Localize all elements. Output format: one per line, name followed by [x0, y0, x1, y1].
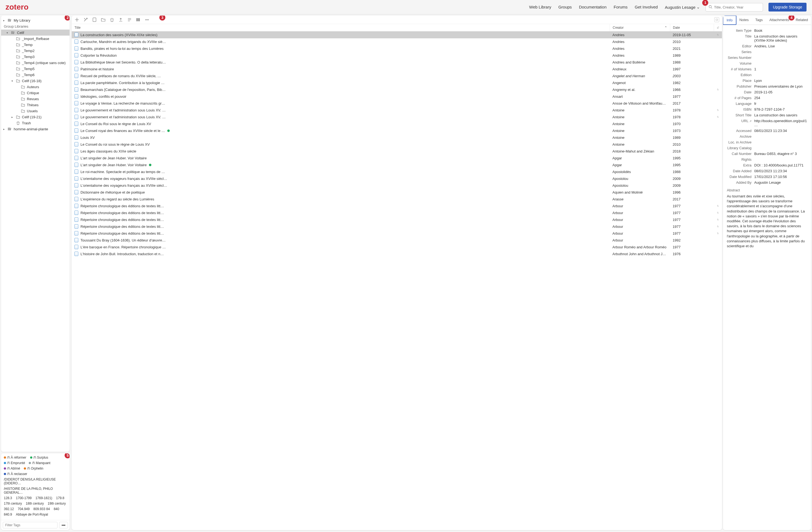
tree-item[interactable]: Auteurs — [1, 84, 70, 90]
tags-menu-button[interactable]: ••• — [59, 522, 68, 529]
tree-item[interactable]: _Temp3 — [1, 54, 70, 60]
add-to-collection-icon[interactable] — [101, 17, 106, 22]
table-row[interactable]: L'histoire de John Bull. Introduction, t… — [72, 250, 722, 257]
info-value[interactable]: 08/01/2023 11:23:34 — [754, 129, 807, 133]
info-value[interactable] — [754, 134, 807, 139]
trash-icon[interactable] — [110, 17, 114, 22]
tag-item[interactable]: /!\ Orphelin — [24, 466, 43, 470]
tree-item[interactable]: ▾Cellf — [1, 30, 70, 35]
tree-item[interactable]: _Temp4 (critique sans cote) — [1, 60, 70, 66]
tree-item[interactable]: _Import_Refbase — [1, 35, 70, 42]
tree-item[interactable]: Thèses — [1, 102, 70, 108]
table-row[interactable]: Le Conseil royal des finances au XVIIIe … — [72, 127, 722, 134]
tag-item[interactable]: 1769-1821) — [35, 496, 52, 500]
my-library[interactable]: ▸ My Library — [1, 17, 70, 23]
cite-icon[interactable] — [136, 17, 141, 22]
more-icon[interactable]: ••• — [145, 17, 149, 22]
tag-item[interactable]: /!\ À reclasser — [4, 472, 27, 476]
info-value[interactable]: fr — [754, 102, 807, 106]
nav-groups[interactable]: Groups — [558, 5, 571, 10]
info-value[interactable] — [754, 50, 807, 54]
table-row[interactable]: Dictionnaire de rhétorique et de poétiqu… — [72, 189, 722, 196]
info-value[interactable]: Book — [754, 28, 807, 32]
table-row[interactable]: Répertoire chronologique des éditions de… — [72, 210, 722, 216]
tab-related[interactable]: Related — [792, 16, 811, 25]
info-value[interactable]: DOI : 10.4000/books.pul.11771 — [754, 163, 807, 167]
tree-item[interactable]: Critique — [1, 90, 70, 96]
info-value[interactable]: 17/01/2023 17:10:56 — [754, 175, 807, 179]
table-row[interactable]: Le voyage à Venise. La recherche de manu… — [72, 100, 722, 107]
tree-item[interactable]: _Temp6 — [1, 72, 70, 78]
info-value[interactable] — [754, 61, 807, 66]
table-row[interactable]: Répertoire chronologique des éditions de… — [72, 216, 722, 223]
logo[interactable]: zotero — [5, 3, 28, 12]
table-row[interactable]: L'ère baroque en France. Répertoire chro… — [72, 244, 722, 250]
info-value[interactable] — [754, 140, 807, 144]
tree-item[interactable]: Usuels — [1, 108, 70, 114]
nav-documentation[interactable]: Documentation — [579, 5, 607, 10]
nav-get-involved[interactable]: Get Involved — [635, 5, 657, 10]
tag-item[interactable]: 840 — [54, 507, 59, 511]
tag-item[interactable]: /!\ Emprunté — [4, 461, 25, 465]
global-search[interactable] — [706, 3, 763, 12]
upgrade-storage-button[interactable]: Upgrade Storage — [768, 3, 807, 12]
info-value[interactable]: Andries, Lise — [754, 44, 807, 48]
info-value[interactable]: 254 — [754, 96, 807, 100]
table-row[interactable]: L'art singulier de Jean Huber. Voir Volt… — [72, 155, 722, 161]
nav-forums[interactable]: Forums — [614, 5, 628, 10]
table-row[interactable]: Les âges classiques du XIXe siècleAntoin… — [72, 148, 722, 155]
table-row[interactable]: Patrimoine et histoireAndrieux1997 — [72, 66, 722, 73]
tag-item[interactable]: 19th century — [48, 502, 66, 505]
table-row[interactable]: L'orientalisme des voyageurs français au… — [72, 175, 722, 182]
info-value[interactable]: Bureau G653, étagère n° 3 — [754, 152, 807, 156]
other-library[interactable]: ▸ homme-animal-plante — [1, 126, 70, 132]
table-row[interactable]: Louis XVAntoine1989 — [72, 134, 722, 141]
user-dropdown[interactable]: Augustin Lesage ⌄ — [665, 5, 700, 10]
tag-item[interactable]: 809.933 84 — [33, 507, 50, 511]
tag-item[interactable]: 17th century — [4, 502, 22, 505]
table-row[interactable]: Cartouche, Mandrin et autres brigands du… — [72, 38, 722, 45]
export-icon[interactable] — [118, 17, 123, 22]
info-value[interactable]: 1 — [754, 67, 807, 71]
table-row[interactable]: Recueil de préfaces de romans du XVIIIe … — [72, 73, 722, 80]
info-value[interactable]: Presses universitaires de Lyon — [754, 84, 807, 88]
info-value[interactable]: http://books.openedition.org/pul/1… — [754, 119, 807, 127]
tree-item[interactable]: Revues — [1, 96, 70, 102]
chevron-right-icon[interactable]: ▸ — [3, 19, 6, 22]
table-row[interactable]: Colporter la RévolutionAndries1989 — [72, 52, 722, 59]
tab-tags[interactable]: Tags — [752, 16, 766, 25]
table-row[interactable]: La Bibliothèque bleue nel Seicento. O de… — [72, 59, 722, 66]
tag-item[interactable]: /!\ Abîmé — [4, 466, 20, 470]
new-item-icon[interactable] — [74, 17, 79, 22]
chevron-right-icon[interactable]: ▸ — [3, 128, 6, 131]
tag-item[interactable]: 18th century — [26, 502, 44, 505]
tag-item[interactable]: Abbaye de Port-Royal — [16, 513, 48, 516]
info-value[interactable]: 08/01/2023 11:23:34 — [754, 169, 807, 173]
tree-toggle-icon[interactable]: ▸ — [12, 116, 14, 118]
tag-item[interactable]: 392.12 — [4, 507, 14, 511]
tag-item[interactable]: 128.3 — [4, 496, 12, 500]
tag-item[interactable]: /!\ Surplus — [30, 456, 48, 459]
column-title[interactable]: Title — [72, 24, 610, 31]
table-row[interactable]: La parole pamphlétaire. Contribution à l… — [72, 80, 722, 86]
tag-item[interactable]: /DIDEROT DENIS/LA RELIGIEUSE (DIDERO… — [4, 477, 67, 485]
table-row[interactable]: Le gouvernement et l'administration sous… — [72, 114, 722, 120]
tag-item[interactable]: /!\ À réformer — [4, 456, 26, 459]
table-row[interactable]: Le gouvernement et l'administration sous… — [72, 107, 722, 114]
table-row[interactable]: Le roi-machine. Spectacle et politique a… — [72, 168, 722, 175]
table-row[interactable]: Beaumarchais [Catalogue de l'exposition,… — [72, 86, 722, 93]
tree-toggle-icon[interactable]: ▾ — [6, 31, 9, 34]
table-row[interactable]: Répertoire chronologique des éditions de… — [72, 223, 722, 230]
tag-item[interactable]: 1700-1799 — [16, 496, 31, 500]
info-value[interactable]: Augustin Lesage — [754, 181, 807, 185]
info-value[interactable]: 2019-11-05 — [754, 90, 807, 94]
tree-item[interactable]: _Temp5 — [1, 66, 70, 72]
info-value[interactable]: 978-2-7297-1104-7 — [754, 107, 807, 112]
table-row[interactable]: Répertoire chronologique des éditions de… — [72, 230, 722, 237]
info-value[interactable] — [754, 56, 807, 60]
add-by-identifier-icon[interactable] — [83, 17, 88, 22]
info-value[interactable]: La construction des savoirs (XVIIIe-XIXe… — [754, 34, 807, 42]
tag-item[interactable]: /HISTOIRE DE LA PHILO, PHILO GENERAL… — [4, 487, 67, 494]
tree-item[interactable]: _Temp — [1, 42, 70, 48]
table-row[interactable]: L'orientalisme des voyageurs français au… — [72, 182, 722, 189]
